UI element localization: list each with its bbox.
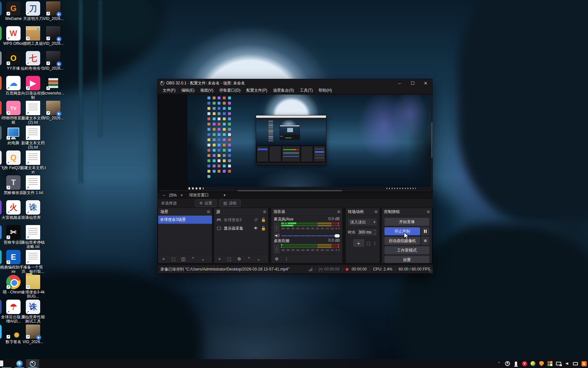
desktop-icon[interactable]: ↗ 全球使命3-4k BUG... bbox=[20, 275, 46, 299]
source-up-button[interactable]: ⌃ bbox=[246, 256, 252, 261]
dock-float-icon[interactable]: ⧉ bbox=[427, 210, 430, 214]
desktop-icon[interactable]: ↗ 新建文本文档.txt bbox=[20, 150, 46, 175]
shield-icon[interactable] bbox=[539, 361, 544, 366]
resize-grip[interactable] bbox=[429, 270, 432, 273]
menu-docks[interactable]: 停靠窗口(D) bbox=[216, 88, 243, 93]
desktop-icon[interactable]: ↗ VID_2026... bbox=[40, 26, 67, 46]
transition-select[interactable]: 淡入淡出 ▼ bbox=[348, 218, 377, 226]
start-streaming-button[interactable]: 开始直播 bbox=[384, 218, 429, 226]
pause-recording-button[interactable] bbox=[421, 227, 429, 235]
dock-float-icon[interactable]: ⧉ bbox=[337, 210, 340, 214]
dock-float-icon[interactable]: ⧉ bbox=[263, 210, 266, 214]
desktop-icon[interactable]: 诛↗ 诛仙世界 bbox=[20, 200, 46, 220]
chevron-down-icon[interactable]: ▼ bbox=[223, 194, 226, 197]
add-transition-button[interactable]: + bbox=[353, 239, 364, 247]
source-properties-button[interactable]: ⚙ 设置 bbox=[195, 200, 217, 207]
desktop-icon[interactable]: ↗ VID_2026... bbox=[20, 324, 46, 344]
duration-spinbox[interactable]: 300 ms ⌃⌄ bbox=[357, 228, 377, 236]
preview-vertical-scrollbar[interactable] bbox=[431, 96, 433, 189]
start-virtual-camera-button[interactable]: 启动虚拟摄像机 bbox=[384, 237, 420, 245]
desktop-icon-partial[interactable]: R... bbox=[0, 126, 8, 145]
scene-filters-button[interactable]: ◫ bbox=[181, 256, 186, 261]
taskbar-obs-app[interactable] bbox=[26, 359, 39, 368]
studio-mode-button[interactable]: 工作室模式 bbox=[384, 246, 429, 254]
desktop-icon[interactable]: ↗ Screensho... bbox=[40, 76, 67, 96]
desktop-icon[interactable]: ↗ 新文件 1.txt bbox=[20, 175, 46, 195]
sogou-input-icon[interactable]: S bbox=[581, 361, 587, 366]
menu-view[interactable]: 视图(V) bbox=[197, 88, 216, 93]
desktop-icon[interactable]: ↗ VID_2026... bbox=[40, 101, 67, 120]
visibility-hidden-icon[interactable]: ∅ bbox=[254, 218, 258, 222]
remove-source-button[interactable]: ⬚ bbox=[227, 256, 232, 261]
zoom-out-button[interactable]: − bbox=[160, 193, 168, 198]
desktop-icon-partial[interactable]: N... bbox=[0, 250, 8, 270]
visibility-visible-icon[interactable]: 👁 bbox=[254, 226, 258, 231]
menu-scene-collection[interactable]: 场景集合(S) bbox=[270, 88, 297, 93]
obs-titlebar[interactable]: OBS 32.0.1 - 配置文件: 未命名 - 场景: 未命名 – ☐ ✕ bbox=[158, 79, 432, 87]
taskbar-partial-app[interactable] bbox=[0, 359, 13, 368]
dock-float-icon[interactable]: ⧉ bbox=[375, 210, 377, 214]
dock-float-icon[interactable]: ⧉ bbox=[207, 210, 210, 214]
menu-file[interactable]: 文件(F) bbox=[160, 88, 178, 93]
menu-edit[interactable]: 编辑(E) bbox=[178, 88, 197, 93]
minimize-button[interactable]: – bbox=[393, 79, 406, 87]
desktop-icon[interactable]: ↗ 准备一个简历、银行取... bbox=[20, 250, 46, 274]
unlock-icon[interactable]: 🔓 bbox=[261, 226, 266, 231]
desktop-icon[interactable]: ↗ 新建文本文档(3).txt bbox=[20, 126, 46, 150]
source-down-button[interactable]: ⌄ bbox=[256, 256, 261, 261]
desktop-icon-partial[interactable]: n bbox=[0, 101, 8, 120]
assistant-tray-icon[interactable] bbox=[530, 361, 536, 366]
desktop-options-button[interactable]: ⋮ bbox=[274, 244, 280, 254]
preview-horizontal-scrollbar[interactable] bbox=[159, 190, 432, 191]
remove-transition-button[interactable]: ⬚ bbox=[367, 241, 370, 246]
tray-expand-chevron-icon[interactable]: ⌃ bbox=[496, 361, 502, 366]
advanced-audio-gear-icon[interactable]: ⚙ bbox=[274, 256, 279, 261]
desktop-icon-partial[interactable]: xe bbox=[0, 225, 8, 245]
desktop-icon[interactable]: ↗ 诛仙世界挣钱攻略.txt bbox=[20, 225, 46, 249]
mixer-more-icon[interactable]: ⋮ bbox=[284, 256, 289, 261]
menu-help[interactable]: 帮助(H) bbox=[316, 88, 335, 93]
mic-slider-handle[interactable] bbox=[335, 234, 340, 237]
maximize-button[interactable]: ☐ bbox=[406, 79, 419, 87]
menu-profile[interactable]: 配置文件(P) bbox=[243, 88, 270, 93]
scene-up-button[interactable]: ⌃ bbox=[190, 256, 196, 261]
spin-down-icon[interactable]: ⌄ bbox=[373, 232, 377, 235]
taskbar-lightning-app[interactable] bbox=[13, 359, 26, 368]
remove-scene-button[interactable]: ⬚ bbox=[171, 256, 176, 261]
desktop-icon-partial[interactable]: ner bbox=[0, 51, 8, 71]
virtual-camera-settings-button[interactable]: ⚙ bbox=[421, 237, 429, 245]
desktop-icon[interactable]: ↗ VID_2026... bbox=[40, 51, 67, 71]
desktop-icon-partial[interactable]: dio bbox=[0, 76, 8, 96]
desktop-icon-partial[interactable]: e ti... bbox=[0, 324, 8, 344]
stop-recording-button[interactable]: 停止录制 bbox=[384, 227, 420, 235]
desktop-icon-partial[interactable] bbox=[0, 150, 8, 166]
settings-button[interactable]: 设置 bbox=[384, 256, 429, 263]
display-tray-icon[interactable] bbox=[573, 361, 578, 366]
close-button[interactable]: ✕ bbox=[419, 79, 432, 87]
source-properties-gear-button[interactable]: ⚙ bbox=[237, 256, 242, 261]
scene-down-button[interactable]: ⌄ bbox=[200, 256, 205, 261]
mic-options-button[interactable]: ⋮ bbox=[274, 222, 280, 232]
volume-tray-icon[interactable] bbox=[564, 361, 570, 366]
scene-item-selected[interactable]: 全球使命3场景 bbox=[158, 216, 212, 224]
desktop-icon-partial[interactable]: bl... bbox=[0, 200, 8, 220]
network-tray-icon[interactable] bbox=[556, 361, 561, 366]
transition-more-button[interactable]: ⋮ bbox=[373, 241, 377, 246]
source-row-game-capture[interactable]: 🎮 全球使命3 ∅ 🔓 bbox=[214, 216, 268, 224]
menu-tools[interactable]: 工具(T) bbox=[297, 88, 316, 93]
mic-tray-icon[interactable] bbox=[513, 361, 519, 366]
source-row-display-capture[interactable]: 🖵 显示器采集 👁 🔓 bbox=[214, 224, 268, 233]
security-grid-icon[interactable] bbox=[547, 361, 553, 366]
unlock-icon[interactable]: 🔓 bbox=[261, 218, 266, 222]
desktop-icon[interactable]: ↗ VID_2026... bbox=[40, 1, 67, 21]
add-source-button[interactable]: + bbox=[217, 256, 222, 261]
add-scene-button[interactable]: + bbox=[161, 256, 166, 261]
obs-tray-icon[interactable] bbox=[505, 361, 510, 366]
source-filters-button[interactable]: ▤ 滤镜 bbox=[219, 200, 241, 207]
scale-to-window-label[interactable]: 缩放至窗口 bbox=[189, 192, 209, 198]
desktop-icon[interactable]: 诛↗ 诛仙世界性能测试工具 bbox=[20, 300, 46, 324]
antivirus-v-icon[interactable]: V bbox=[522, 361, 527, 366]
desktop-icon-partial[interactable]: h... bbox=[0, 1, 8, 21]
desktop-icon-partial[interactable]: 022 bbox=[0, 300, 8, 319]
spin-up-icon[interactable]: ⌃ bbox=[373, 230, 377, 232]
